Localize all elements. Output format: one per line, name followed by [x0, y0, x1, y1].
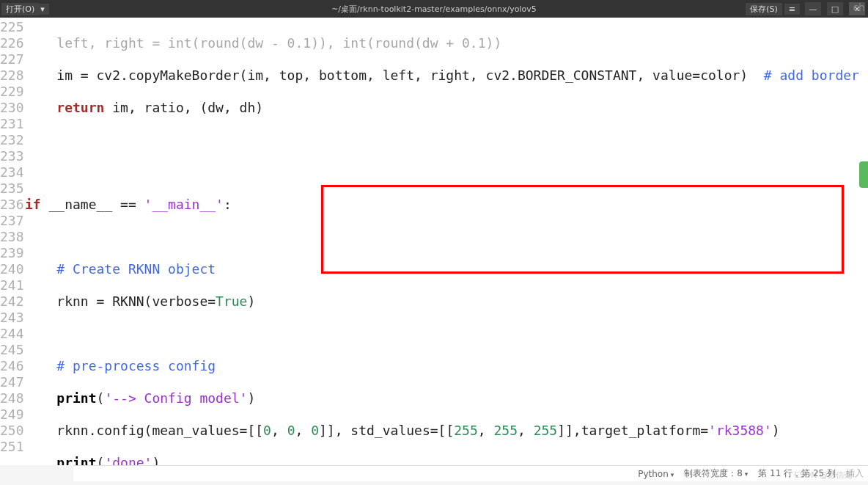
- open-button[interactable]: 打开(O): [1, 3, 39, 15]
- hamburger-button[interactable]: ≡: [784, 4, 800, 15]
- title-bar: 打开(O) ▾ ~/桌面/rknn-toolkit2-master/exampl…: [0, 0, 868, 18]
- status-bar: Python 制表符宽度：8 第 11 行，第 25 列 插入: [73, 465, 868, 481]
- side-marker: [859, 161, 868, 188]
- tab-width-selector[interactable]: 制表符宽度：8: [684, 467, 748, 480]
- file-path: ~/桌面/rknn-toolkit2-master/examples/onnx/…: [0, 4, 868, 15]
- maximize-button[interactable]: □: [827, 2, 843, 15]
- editor-area[interactable]: 2252262272282292302312322332342352362372…: [0, 18, 868, 465]
- watermark: CSDN @彭信尧: [794, 470, 852, 481]
- save-button[interactable]: 保存(S): [746, 3, 782, 15]
- line-gutter: 2252262272282292302312322332342352362372…: [0, 18, 25, 465]
- open-dropdown[interactable]: ▾: [39, 4, 49, 15]
- minimize-button[interactable]: —: [805, 2, 821, 15]
- ime-indicator: ch: [853, 1, 865, 13]
- code-content[interactable]: left, right = int(round(dw - 0.1)), int(…: [25, 18, 868, 465]
- language-selector[interactable]: Python: [638, 469, 674, 479]
